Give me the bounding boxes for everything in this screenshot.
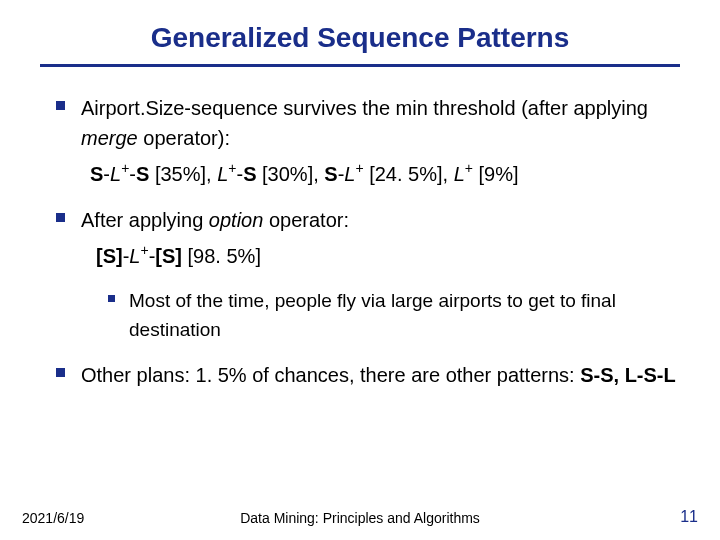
bullet-2a: Most of the time, people fly via large a… [108,287,680,344]
pattern-line-2: [S]-L+-[S] [98. 5%] [96,241,680,271]
bullet-2: After applying option operator: [56,205,680,235]
title-underline [40,64,680,67]
bullet-square-icon [56,368,65,377]
bullet-square-icon [56,101,65,110]
bullet-3-text: Other plans: 1. 5% of chances, there are… [81,360,676,390]
footer-center: Data Mining: Principles and Algorithms [240,510,480,526]
slide-title: Generalized Sequence Patterns [40,22,680,54]
bullet-square-icon [56,213,65,222]
footer-page-number: 11 [680,508,698,526]
slide-footer: 2021/6/19 Data Mining: Principles and Al… [0,508,720,526]
bullet-2a-text: Most of the time, people fly via large a… [129,287,680,344]
footer-date: 2021/6/19 [22,510,84,526]
bullet-3: Other plans: 1. 5% of chances, there are… [56,360,680,390]
bullet-2-text: After applying option operator: [81,205,349,235]
bullet-1-text: Airport.Size-sequence survives the min t… [81,93,680,153]
bullet-square-icon [108,295,115,302]
pattern-line-1: S-L+-S [35%], L+-S [30%], S-L+ [24. 5%],… [90,159,680,189]
bullet-1: Airport.Size-sequence survives the min t… [56,93,680,153]
